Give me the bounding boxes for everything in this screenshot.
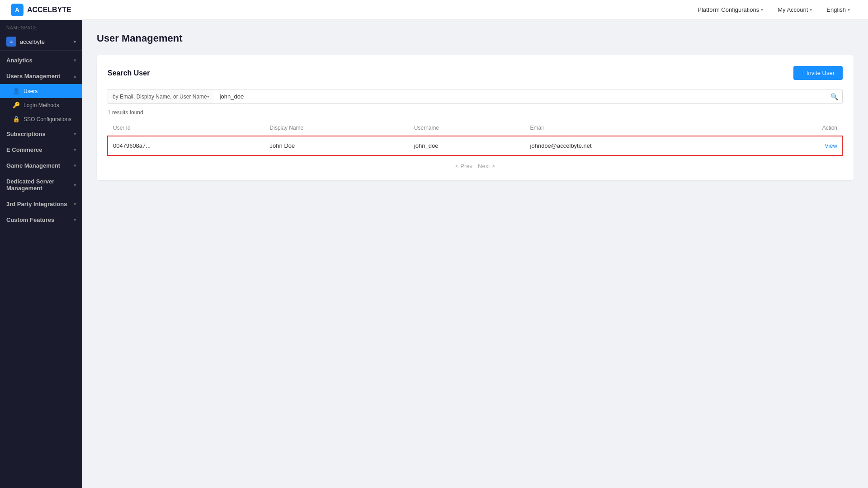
3rd-party-label: 3rd Party Integrations bbox=[6, 201, 67, 207]
namespace-label: NAMESPACE bbox=[0, 20, 82, 33]
sidebar-item-analytics[interactable]: Analytics ▾ bbox=[0, 52, 82, 68]
table-row: 00479608a7...John Doejohn_doejohndoe@acc… bbox=[108, 136, 843, 156]
sidebar-item-sso-configurations[interactable]: 🔒 SSO Configurations bbox=[0, 112, 82, 126]
search-section-title: Search User bbox=[108, 69, 150, 77]
namespace-name: accelbyte bbox=[20, 38, 70, 45]
ecommerce-chevron-icon: ▾ bbox=[74, 147, 76, 152]
game-management-label: Game Management bbox=[6, 162, 60, 169]
col-username: Username bbox=[409, 120, 525, 136]
table-header: User Id Display Name Username Email Acti… bbox=[108, 120, 843, 136]
users-label: Users bbox=[24, 88, 38, 94]
logo-icon: A bbox=[11, 4, 24, 16]
subscriptions-label: Subscriptions bbox=[6, 131, 46, 137]
platform-config-chevron-icon: ▾ bbox=[761, 7, 763, 12]
table-body: 00479608a7...John Doejohn_doejohndoe@acc… bbox=[108, 136, 843, 156]
logo-text: ACCELBYTE bbox=[27, 6, 71, 14]
sidebar-item-dedicated-server[interactable]: Dedicated Server Management ▾ bbox=[0, 174, 82, 196]
col-user-id: User Id bbox=[108, 120, 264, 136]
sidebar-item-login-methods[interactable]: 🔑 Login Methods bbox=[0, 98, 82, 112]
users-management-label: Users Management bbox=[6, 73, 60, 80]
topbar-right: Platform Configurations ▾ My Account ▾ E… bbox=[690, 0, 857, 20]
dedicated-server-label: Dedicated Server Management bbox=[6, 178, 74, 192]
language-chevron-icon: ▾ bbox=[848, 7, 850, 12]
sidebar-item-3rd-party[interactable]: 3rd Party Integrations ▾ bbox=[0, 196, 82, 212]
col-email: Email bbox=[525, 120, 759, 136]
sidebar-item-subscriptions[interactable]: Subscriptions ▾ bbox=[0, 126, 82, 142]
results-info: 1 results found. bbox=[108, 109, 843, 116]
search-filter-select[interactable]: by Email, Display Name, or User Name ▾ bbox=[108, 89, 214, 104]
cell-user_id: 00479608a7... bbox=[108, 136, 264, 156]
login-methods-icon: 🔑 bbox=[13, 102, 20, 108]
view-link[interactable]: View bbox=[825, 142, 837, 149]
custom-features-label: Custom Features bbox=[6, 216, 54, 223]
login-methods-label: Login Methods bbox=[24, 102, 59, 108]
invite-user-button[interactable]: + Invite User bbox=[793, 66, 843, 80]
search-row: by Email, Display Name, or User Name ▾ 🔍 bbox=[108, 89, 843, 104]
search-icon: 🔍 bbox=[830, 93, 838, 100]
card-header: Search User + Invite User bbox=[108, 66, 843, 80]
sidebar-item-users-management[interactable]: Users Management ▴ bbox=[0, 68, 82, 84]
sidebar-item-game-management[interactable]: Game Management ▾ bbox=[0, 158, 82, 174]
sso-icon: 🔒 bbox=[13, 116, 20, 122]
cell-action: View bbox=[759, 136, 843, 156]
sidebar-item-users[interactable]: 👤 Users bbox=[0, 84, 82, 98]
language-button[interactable]: English ▾ bbox=[819, 0, 857, 20]
3rd-party-chevron-icon: ▾ bbox=[74, 202, 76, 206]
sidebar-item-ecommerce[interactable]: E Commerce ▾ bbox=[0, 142, 82, 158]
sidebar-item-custom-features[interactable]: Custom Features ▾ bbox=[0, 212, 82, 228]
pagination: < Prev Next > bbox=[108, 155, 843, 169]
sso-label: SSO Configurations bbox=[24, 116, 71, 122]
prev-button[interactable]: < Prev bbox=[455, 163, 472, 169]
topbar: A ACCELBYTE Platform Configurations ▾ My… bbox=[0, 0, 868, 20]
dedicated-server-chevron-icon: ▾ bbox=[74, 183, 76, 188]
analytics-label: Analytics bbox=[6, 57, 33, 64]
ecommerce-label: E Commerce bbox=[6, 146, 42, 153]
cell-display_name: John Doe bbox=[264, 136, 409, 156]
search-input-wrap: 🔍 bbox=[214, 89, 843, 104]
users-table: User Id Display Name Username Email Acti… bbox=[108, 120, 843, 155]
game-management-chevron-icon: ▾ bbox=[74, 163, 76, 168]
next-button[interactable]: Next > bbox=[478, 163, 495, 169]
analytics-chevron-icon: ▾ bbox=[74, 58, 76, 63]
filter-label: by Email, Display Name, or User Name bbox=[113, 94, 207, 100]
users-management-chevron-icon: ▴ bbox=[74, 74, 76, 79]
custom-features-chevron-icon: ▾ bbox=[74, 217, 76, 222]
cell-email: johndoe@accelbyte.net bbox=[525, 136, 759, 156]
namespace-selector[interactable]: ≡ accelbyte ▾ bbox=[0, 33, 82, 51]
page-title: User Management bbox=[97, 33, 854, 44]
platform-config-button[interactable]: Platform Configurations ▾ bbox=[690, 0, 770, 20]
sidebar: NAMESPACE ≡ accelbyte ▾ Analytics ▾ User… bbox=[0, 20, 82, 488]
my-account-button[interactable]: My Account ▾ bbox=[770, 0, 819, 20]
cell-username: john_doe bbox=[409, 136, 525, 156]
subscriptions-chevron-icon: ▾ bbox=[74, 131, 76, 136]
logo: A ACCELBYTE bbox=[11, 4, 71, 16]
main-content: User Management Search User + Invite Use… bbox=[82, 20, 868, 488]
col-action: Action bbox=[759, 120, 843, 136]
my-account-chevron-icon: ▾ bbox=[810, 7, 812, 12]
col-display-name: Display Name bbox=[264, 120, 409, 136]
namespace-icon: ≡ bbox=[6, 37, 16, 47]
search-input[interactable] bbox=[214, 89, 843, 104]
filter-chevron-icon: ▾ bbox=[207, 94, 209, 99]
users-icon: 👤 bbox=[13, 88, 20, 94]
search-card: Search User + Invite User by Email, Disp… bbox=[97, 55, 854, 180]
namespace-chevron-icon: ▾ bbox=[74, 39, 76, 44]
